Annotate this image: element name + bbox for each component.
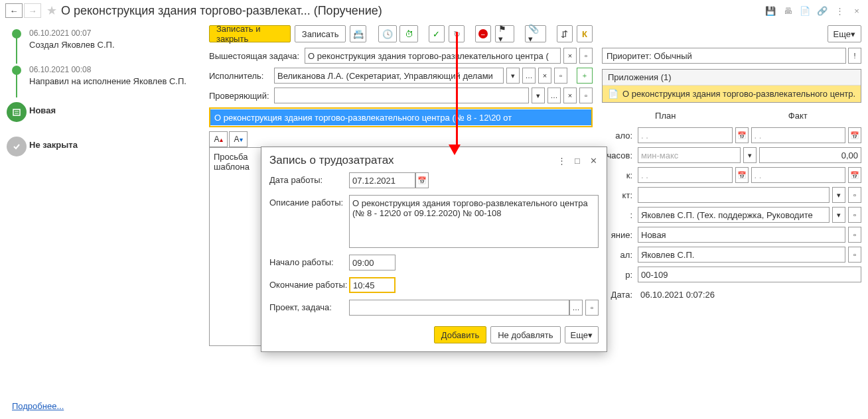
- calendar-button[interactable]: 📅: [848, 167, 861, 183]
- timeline-text: Создал Яковлев С.П.: [29, 39, 115, 51]
- fact-hours-field[interactable]: 0,00: [759, 147, 862, 163]
- work-desc-textarea[interactable]: О реконструкция здания торгово-развлекат…: [349, 195, 599, 248]
- accept-button[interactable]: ✓: [429, 25, 445, 42]
- project-field[interactable]: [638, 187, 830, 203]
- dropdown-button[interactable]: ▾: [832, 207, 845, 223]
- menu-icon[interactable]: ⋮: [833, 5, 845, 17]
- open-button[interactable]: ▫: [848, 187, 861, 203]
- link-icon[interactable]: 🔗: [816, 5, 828, 17]
- open-button[interactable]: ▫: [848, 247, 861, 263]
- timeline-status-icon: [7, 137, 27, 156]
- author-field[interactable]: Яковлев С.П. (Тех. поддержка, Руководите: [638, 207, 830, 223]
- dropdown-button[interactable]: ▾: [743, 147, 757, 163]
- reviewer-field[interactable]: [274, 88, 529, 103]
- state-field[interactable]: Новая: [638, 227, 845, 243]
- stop-button[interactable]: –: [475, 25, 491, 42]
- select-button[interactable]: …: [569, 300, 583, 316]
- project-label: Проект, задача:: [269, 300, 349, 312]
- open-button[interactable]: ▫: [848, 207, 861, 223]
- save-icon[interactable]: 💾: [764, 5, 776, 17]
- dropdown-button[interactable]: ▾: [832, 187, 845, 203]
- select-button[interactable]: …: [522, 68, 536, 84]
- work-desc-label: Описание работы:: [269, 195, 349, 208]
- tree-button[interactable]: ⇵: [557, 25, 573, 42]
- calendar-button[interactable]: 📅: [848, 127, 861, 143]
- details-link[interactable]: Подробнее...: [12, 401, 64, 411]
- dialog-maximize-icon[interactable]: □: [572, 155, 583, 166]
- add-executor-button[interactable]: +: [577, 68, 593, 84]
- executor-field[interactable]: Великанова Л.А. (Секретариат, Управляющи…: [274, 68, 504, 84]
- work-date-label: Дата работы:: [269, 172, 349, 185]
- timeline-text: Направил на исполнение Яковлев С.П.: [29, 76, 186, 88]
- timeline-status: Не закрыта: [29, 139, 78, 151]
- skip-button[interactable]: Не добавлять: [490, 326, 560, 343]
- open-button[interactable]: ▫: [554, 68, 567, 84]
- clear-button[interactable]: ×: [538, 68, 551, 84]
- nav-forward-button[interactable]: →: [24, 3, 41, 18]
- timeline-status: Новая: [29, 105, 56, 117]
- plan-end-date[interactable]: . .: [638, 167, 733, 183]
- refresh-button[interactable]: ↻: [449, 25, 465, 42]
- fact-column-header: Факт: [735, 109, 862, 122]
- executor-label: Исполнитель:: [209, 71, 271, 81]
- save-close-button[interactable]: Записать и закрыть: [209, 25, 291, 42]
- report-icon[interactable]: 📄: [799, 5, 811, 17]
- work-end-field[interactable]: 10:45: [349, 277, 396, 293]
- plan-hours-field[interactable]: мин-макс: [638, 147, 741, 163]
- open-button[interactable]: ▫: [579, 88, 593, 103]
- parent-task-label: Вышестоящая задача:: [209, 51, 302, 61]
- subject-field[interactable]: О реконструкция здания торгово-развлекат…: [209, 107, 593, 127]
- priority-icon-button[interactable]: !: [848, 48, 861, 64]
- calendar-button[interactable]: 📅: [415, 172, 429, 188]
- attach-menu-button[interactable]: 📎 ▾: [525, 25, 547, 42]
- dropdown-button[interactable]: ▾: [532, 88, 545, 103]
- parent-task-field[interactable]: О реконструкция здания торгово-развлекат…: [305, 48, 561, 64]
- number-field[interactable]: 00-109: [638, 267, 861, 282]
- created-date-field[interactable]: 06.10.2021 0:07:26: [638, 286, 861, 302]
- timeline-dot-icon: [12, 29, 21, 38]
- attachments-header[interactable]: Приложения (1): [603, 70, 861, 86]
- priority-field[interactable]: Приоритет: Обычный: [602, 48, 846, 64]
- calendar-button[interactable]: 📅: [735, 127, 749, 143]
- attachments-box: Приложения (1) 📄 О реконструкция здания …: [602, 69, 861, 103]
- fact-end-date[interactable]: . .: [751, 167, 846, 183]
- timeline-panel: 06.10.2021 00:07 Создал Яковлев С.П. 06.…: [0, 21, 202, 419]
- font-decrease-button[interactable]: A▾: [229, 131, 248, 147]
- document-icon: 📄: [608, 89, 618, 99]
- add-button[interactable]: Добавить: [434, 326, 486, 343]
- k-button[interactable]: К: [577, 25, 593, 42]
- fact-start-date[interactable]: . .: [751, 127, 846, 143]
- close-icon[interactable]: ×: [851, 5, 863, 17]
- dropdown-button[interactable]: ▾: [506, 68, 520, 84]
- dialog-close-icon[interactable]: ✕: [588, 155, 599, 166]
- save-button[interactable]: Записать: [295, 25, 346, 42]
- select-button[interactable]: …: [547, 88, 561, 103]
- favorite-star-icon[interactable]: ★: [46, 3, 57, 18]
- dialog-more-button[interactable]: Еще ▾: [565, 326, 599, 343]
- timeline-date: 06.10.2021 00:08: [29, 64, 186, 76]
- plan-start-date[interactable]: . .: [638, 127, 733, 143]
- open-button[interactable]: ▫: [579, 48, 593, 64]
- attachment-item[interactable]: 📄 О реконструкция здания торгово-развлек…: [603, 86, 861, 102]
- dialog-menu-icon[interactable]: ⋮: [556, 155, 567, 166]
- open-button[interactable]: ▫: [848, 227, 861, 243]
- time-button[interactable]: ⏱: [399, 25, 418, 42]
- more-button[interactable]: Еще ▾: [828, 25, 861, 42]
- flag-menu-button[interactable]: ⚑ ▾: [495, 25, 514, 42]
- work-date-field[interactable]: 07.12.2021: [349, 172, 415, 188]
- nav-back-button[interactable]: ←: [5, 3, 23, 18]
- history-button[interactable]: 🕓: [378, 25, 397, 42]
- work-start-field[interactable]: 09:00: [349, 255, 396, 270]
- clear-button[interactable]: ×: [563, 48, 577, 64]
- address-book-button[interactable]: 📇: [350, 25, 366, 42]
- calendar-button[interactable]: 📅: [735, 167, 749, 183]
- project-field[interactable]: [349, 300, 569, 316]
- print-icon[interactable]: 🖶: [782, 5, 794, 17]
- work-end-label: Окончание работы:: [269, 277, 349, 290]
- svg-rect-0: [13, 109, 20, 115]
- sender-field[interactable]: Яковлев С.П.: [638, 247, 845, 263]
- plan-column-header: План: [602, 109, 729, 122]
- font-increase-button[interactable]: A▴: [209, 131, 228, 147]
- open-button[interactable]: ▫: [585, 300, 599, 316]
- clear-button[interactable]: ×: [563, 88, 577, 103]
